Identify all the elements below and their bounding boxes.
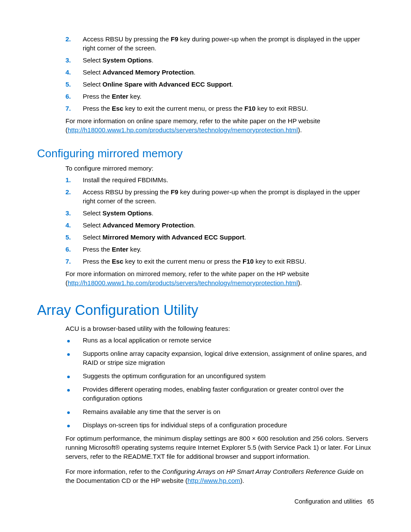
bullet-icon (37, 385, 83, 403)
list-item: 3. Select System Options. (37, 56, 374, 65)
step-number: 2. (37, 34, 83, 53)
bullet-list: Runs as a local application or remote se… (37, 336, 374, 429)
list-item: Displays on-screen tips for individual s… (37, 420, 374, 429)
bullet-icon (37, 371, 83, 380)
step-text: Press the Esc key to exit the current me… (83, 257, 374, 266)
step-text: Press the Esc key to exit the current me… (83, 104, 374, 113)
intro-paragraph: To configure mirrored memory: (65, 164, 374, 173)
list-item: Supports online array capacity expansion… (37, 349, 374, 367)
bullet-text: Suggests the optimum configuration for a… (83, 371, 374, 380)
page-number: 65 (367, 498, 374, 505)
bullet-icon (37, 407, 83, 416)
bullet-icon (37, 349, 83, 367)
list-item: 4. Select Advanced Memory Protection. (37, 68, 374, 77)
ordered-list-section1: 2. Access RBSU by pressing the F9 key du… (37, 34, 374, 113)
list-item: 6. Press the Enter key. (37, 245, 374, 254)
list-item: 1. Install the required FBDIMMs. (37, 175, 374, 184)
step-text: Select Mirrored Memory with Advanced ECC… (83, 233, 374, 242)
step-number: 7. (37, 104, 83, 113)
step-text: Press the Enter key. (83, 245, 374, 254)
list-item: Remains available any time that the serv… (37, 407, 374, 416)
memory-protection-link[interactable]: http://h18000.www1.hp.com/products/serve… (68, 279, 298, 286)
list-item: 3. Select System Options. (37, 208, 374, 218)
intro-paragraph: ACU is a browser-based utility with the … (65, 324, 374, 333)
footer-section-label: Configuration and utilities (295, 498, 362, 505)
bullet-text: Provides different operating modes, enab… (83, 385, 374, 403)
step-number: 4. (37, 68, 83, 77)
step-text: Access RBSU by pressing the F9 key durin… (83, 187, 374, 205)
step-text: Select Advanced Memory Protection. (83, 68, 374, 77)
bullet-text: Runs as a local application or remote se… (83, 336, 374, 345)
list-item: 5. Select Mirrored Memory with Advanced … (37, 233, 374, 242)
list-item: Provides different operating modes, enab… (37, 385, 374, 403)
step-number: 1. (37, 175, 83, 184)
list-item: Runs as a local application or remote se… (37, 336, 374, 345)
bullet-text: Displays on-screen tips for individual s… (83, 420, 374, 429)
performance-paragraph: For optimum performance, the minimum dis… (65, 434, 374, 461)
more-info-paragraph: For more information, refer to the Confi… (65, 467, 374, 485)
step-number: 5. (37, 80, 83, 89)
step-text: Press the Enter key. (83, 92, 374, 101)
step-text: Install the required FBDIMMs. (83, 175, 374, 184)
bullet-text: Remains available any time that the serv… (83, 407, 374, 416)
note-paragraph: For more information on online spare mem… (65, 116, 374, 134)
step-number: 7. (37, 257, 83, 266)
list-item: 5. Select Online Spare with Advanced ECC… (37, 80, 374, 89)
step-number: 6. (37, 245, 83, 254)
list-item: 2. Access RBSU by pressing the F9 key du… (37, 187, 374, 205)
step-text: Select Advanced Memory Protection. (83, 221, 374, 230)
list-item: 4. Select Advanced Memory Protection. (37, 221, 374, 230)
page-footer: Configuration and utilities 65 (295, 498, 374, 506)
step-number: 4. (37, 221, 83, 230)
step-number: 6. (37, 92, 83, 101)
step-number: 3. (37, 56, 83, 65)
list-item: 6. Press the Enter key. (37, 92, 374, 101)
step-text: Select Online Spare with Advanced ECC Su… (83, 80, 374, 89)
step-text: Select System Options. (83, 56, 374, 65)
hp-website-link[interactable]: http://www.hp.com (187, 477, 240, 484)
list-item: 2. Access RBSU by pressing the F9 key du… (37, 34, 374, 53)
list-item: Suggests the optimum configuration for a… (37, 371, 374, 380)
bullet-icon (37, 336, 83, 345)
bullet-icon (37, 420, 83, 429)
step-text: Access RBSU by pressing the F9 key durin… (83, 34, 374, 53)
step-number: 5. (37, 233, 83, 242)
step-text: Select System Options. (83, 208, 374, 218)
note-paragraph: For more information on mirrored memory,… (65, 269, 374, 287)
heading-configuring-mirrored-memory: Configuring mirrored memory (37, 146, 374, 161)
heading-array-configuration-utility: Array Configuration Utility (37, 300, 374, 320)
memory-protection-link[interactable]: http://h18000.www1.hp.com/products/serve… (68, 126, 298, 134)
step-number: 3. (37, 208, 83, 218)
ordered-list-section2: 1. Install the required FBDIMMs. 2. Acce… (37, 175, 374, 266)
bullet-text: Supports online array capacity expansion… (83, 349, 374, 367)
list-item: 7. Press the Esc key to exit the current… (37, 257, 374, 266)
step-number: 2. (37, 187, 83, 205)
list-item: 7. Press the Esc key to exit the current… (37, 104, 374, 113)
